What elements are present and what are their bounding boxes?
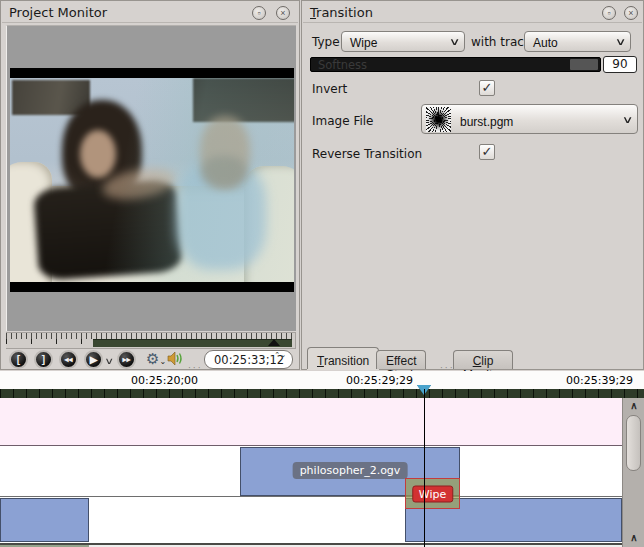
tab-clip-monitor[interactable]: Clip Monitor: [453, 350, 513, 369]
timeline: ··· ··· 00:25:20;00 00:25:29;29 00:25:39…: [0, 371, 644, 547]
close-icon: ×: [280, 8, 285, 18]
rewind-button[interactable]: ◂◂: [59, 350, 78, 369]
ruler-timecode: 00:25:29;29: [346, 374, 413, 387]
monitor-position-marker[interactable]: [268, 339, 280, 346]
reverse-transition-checkbox[interactable]: ✓: [479, 144, 495, 160]
monitor-settings-button[interactable]: ⚙⌄: [146, 350, 166, 368]
audio-monitor-button[interactable]: [167, 351, 184, 369]
with-track-label: with track: [471, 35, 531, 49]
transition-panel: Transition ▫ × Type Wipe ∨ with track Au…: [301, 0, 644, 370]
gear-icon: ⚙: [146, 350, 159, 367]
track-video-3: [0, 498, 622, 543]
gear-menu-icon: ⌄: [159, 357, 166, 366]
spinner-arrows-icon[interactable]: ⌃⌄: [274, 352, 286, 359]
forward-icon: ▸▸: [122, 352, 130, 367]
monitor-zone-bar[interactable]: [93, 339, 292, 347]
chevron-down-icon: ∨: [104, 356, 114, 366]
image-file-select[interactable]: burst.pgm ∨: [421, 104, 638, 134]
scroll-down-button[interactable]: ∧: [624, 530, 644, 545]
monitor-viewport: [6, 25, 296, 331]
scroll-up-button[interactable]: ∧: [624, 398, 644, 413]
chevron-down-icon: ∨: [614, 36, 626, 47]
tab-transition[interactable]: Transition: [307, 347, 379, 369]
scrollbar-thumb[interactable]: [626, 415, 641, 471]
wipe-overlay-tint: [10, 78, 294, 282]
invert-checkbox[interactable]: ✓: [479, 80, 495, 96]
invert-label: Invert: [312, 82, 347, 96]
chevron-down-icon: ∨: [448, 36, 460, 47]
transition-type-select[interactable]: Wipe ∨: [341, 31, 465, 52]
image-file-value: burst.pgm: [460, 115, 513, 129]
close-panel-button[interactable]: ×: [624, 6, 638, 20]
clip-left[interactable]: [0, 498, 89, 542]
check-icon: ✓: [482, 144, 493, 159]
forward-button[interactable]: ▸▸: [117, 350, 136, 369]
float-panel-button[interactable]: ▫: [252, 6, 266, 20]
track-video-2: philosopher_2.ogv: [0, 447, 622, 497]
zone-end-icon: ]: [42, 352, 45, 367]
transition-title: Transition: [310, 5, 373, 20]
play-button[interactable]: ▶: [84, 350, 103, 369]
image-file-label: Image File: [312, 114, 373, 128]
softness-value: 90: [612, 57, 627, 71]
softness-value-box[interactable]: 90: [603, 56, 637, 73]
monitor-seek-ruler[interactable]: [6, 332, 296, 349]
kdenlive-window: Project Monitor ▫ ×: [0, 0, 644, 547]
rewind-icon: ◂◂: [64, 352, 72, 367]
burst-thumbnail-icon: [426, 107, 451, 132]
softness-slider[interactable]: Softness: [310, 57, 601, 72]
play-icon: ▶: [90, 352, 98, 367]
track-video-1: [0, 398, 622, 446]
speaker-icon: [167, 351, 184, 366]
play-menu-button[interactable]: ∨: [104, 356, 114, 366]
ruler-timecode: 00:25:20;00: [131, 374, 198, 387]
project-monitor-panel: Project Monitor ▫ ×: [0, 0, 300, 370]
wipe-transition-item[interactable]: Wipe: [405, 478, 460, 509]
clip-label: philosopher_2.ogv: [293, 462, 408, 479]
with-track-select[interactable]: Auto ∨: [524, 31, 631, 52]
video-image: [10, 78, 294, 282]
wipe-transition-label: Wipe: [412, 485, 453, 502]
float-icon: ▫: [607, 8, 610, 18]
playhead-line[interactable]: [424, 389, 425, 547]
chevron-down-icon: ∨: [621, 114, 633, 125]
timeline-ruler-ticks[interactable]: [0, 389, 644, 398]
timeline-ruler[interactable]: 00:25:20;00 00:25:29;29 00:25:39;29: [0, 371, 644, 389]
close-panel-button[interactable]: ×: [276, 6, 290, 20]
tab-effect-stack[interactable]: Effect Stack: [376, 350, 426, 369]
monitor-transport-controls: [ ] ◂◂ ▶ ∨ ▸▸ ⚙⌄ 00:25:33;12 ⌃⌄: [1, 349, 301, 371]
monitor-timecode-spinbox[interactable]: 00:25:33;12 ⌃⌄: [204, 350, 293, 369]
video-frame: [10, 68, 294, 292]
transition-type-value: Wipe: [350, 36, 377, 50]
project-monitor-titlebar[interactable]: Project Monitor ▫ ×: [2, 2, 298, 23]
timeline-vertical-scrollbar[interactable]: ∧ ∧: [622, 398, 644, 547]
set-zone-start-button[interactable]: [: [9, 350, 28, 369]
with-track-value: Auto: [533, 36, 558, 50]
softness-label: Softness: [318, 58, 367, 72]
zone-start-icon: [: [17, 352, 20, 367]
float-panel-button[interactable]: ▫: [602, 6, 616, 20]
arrow-up-icon: ∧: [630, 532, 637, 543]
arrow-up-icon: ∧: [630, 400, 637, 411]
ruler-timecode: 00:25:39;29: [566, 374, 633, 387]
project-monitor-title: Project Monitor: [9, 5, 107, 20]
close-icon: ×: [628, 8, 633, 18]
check-icon: ✓: [482, 80, 493, 95]
set-zone-end-button[interactable]: ]: [34, 350, 53, 369]
type-label: Type: [312, 35, 340, 49]
reverse-transition-label: Reverse Transition: [312, 147, 422, 161]
float-icon: ▫: [257, 8, 260, 18]
transition-titlebar[interactable]: Transition ▫ ×: [303, 2, 642, 23]
softness-slider-handle[interactable]: [570, 59, 598, 70]
